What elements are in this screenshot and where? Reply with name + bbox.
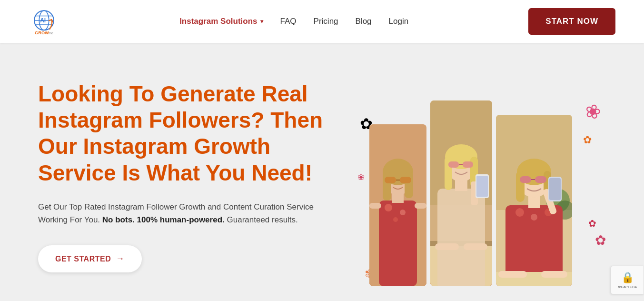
svg-rect-38 — [476, 176, 488, 197]
flower-small-1: ✿ — [583, 134, 592, 146]
svg-text:.me: .me — [48, 31, 53, 35]
svg-rect-52 — [516, 171, 525, 202]
svg-rect-39 — [435, 243, 459, 250]
svg-rect-62 — [541, 271, 567, 278]
flower-decoration-topright: ❀ — [583, 99, 604, 124]
svg-rect-17 — [405, 172, 413, 198]
svg-rect-61 — [498, 271, 527, 278]
arrow-right-icon: → — [116, 254, 125, 264]
svg-rect-16 — [383, 172, 391, 201]
logo-icon: AI GROW .me — [29, 6, 59, 37]
hero-description: Get Our Top Rated Instagram Follower Gro… — [38, 201, 314, 226]
svg-point-47 — [531, 214, 537, 221]
svg-text:GROW: GROW — [35, 30, 49, 35]
hero-figure-2 — [430, 100, 492, 286]
hero-figure-1 — [369, 124, 426, 286]
svg-point-11 — [400, 210, 406, 215]
svg-rect-55 — [535, 176, 546, 183]
hero-image-panel-2 — [430, 100, 492, 286]
svg-text:AI: AI — [40, 17, 46, 24]
site-header: AI GROW .me Instagram Solutions ▾ FAQ Pr… — [0, 0, 644, 43]
svg-rect-18 — [385, 177, 396, 183]
hero-description-bold: No bots. 100% human-powered. — [102, 215, 225, 224]
hero-section: Looking To Generate Real Instagram Follo… — [0, 43, 644, 301]
nav-instagram-solutions[interactable]: Instagram Solutions ▾ — [179, 17, 263, 26]
svg-rect-21 — [369, 203, 381, 209]
hero-description-end: Guaranteed results. — [227, 215, 298, 224]
svg-rect-33 — [448, 161, 459, 168]
hero-image-panel-3 — [496, 115, 572, 286]
nav-blog[interactable]: Blog — [356, 17, 372, 26]
svg-rect-34 — [463, 161, 473, 168]
get-started-label: GET STARTED — [55, 255, 111, 263]
main-nav: Instagram Solutions ▾ FAQ Pricing Blog L… — [179, 17, 408, 26]
recaptcha-badge: 🔒 reCAPTCHA — [611, 266, 644, 294]
flower-small-3: ✿ — [588, 218, 596, 229]
get-started-button[interactable]: GET STARTED → — [38, 245, 142, 272]
svg-rect-9 — [379, 201, 417, 286]
hero-figure-3 — [496, 115, 572, 286]
start-now-button[interactable]: START NOW — [528, 8, 615, 35]
nav-login[interactable]: Login — [389, 17, 409, 26]
svg-rect-22 — [415, 203, 426, 209]
svg-rect-59 — [549, 178, 561, 200]
flower-decoration-bottomright: ✿ — [595, 232, 606, 248]
hero-images-area: ✿ ❀ ✿ ✾ — [350, 86, 606, 286]
svg-rect-54 — [520, 176, 531, 183]
logo[interactable]: AI GROW .me — [29, 6, 59, 37]
flower-small-2: ❀ — [357, 172, 365, 182]
chevron-down-icon: ▾ — [260, 18, 263, 25]
svg-point-46 — [515, 208, 524, 217]
svg-point-10 — [385, 204, 392, 211]
recaptcha-label: reCAPTCHA — [618, 285, 637, 289]
svg-rect-19 — [400, 177, 411, 183]
nav-pricing[interactable]: Pricing — [314, 17, 338, 26]
recaptcha-icon: 🔒 — [621, 271, 634, 284]
svg-rect-27 — [437, 189, 485, 286]
hero-image-panel-1 — [369, 124, 426, 286]
nav-faq[interactable]: FAQ — [280, 17, 297, 26]
hero-title: Looking To Generate Real Instagram Follo… — [38, 81, 350, 186]
svg-point-12 — [393, 217, 398, 222]
svg-rect-40 — [464, 243, 487, 250]
hero-text-area: Looking To Generate Real Instagram Follo… — [38, 71, 350, 301]
nav-instagram-label: Instagram Solutions — [179, 17, 257, 26]
